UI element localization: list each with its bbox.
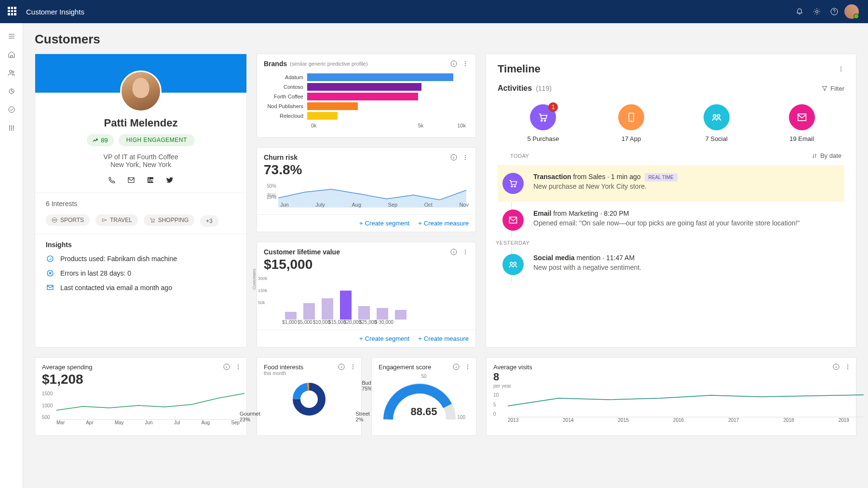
info-icon[interactable] [833,363,840,370]
svg-point-44 [238,366,239,367]
svg-point-45 [238,368,239,369]
svg-point-27 [465,253,466,254]
info-icon[interactable] [450,60,457,67]
interest-more[interactable]: +3 [200,215,218,227]
svg-point-18 [465,63,466,64]
svg-point-28 [841,67,841,68]
visits-chart: 1050 2013201420152016201720182019 [493,392,849,426]
svg-rect-39 [510,217,517,223]
phone-icon[interactable] [108,176,116,184]
linkedin-icon[interactable] [147,176,154,184]
more-icon[interactable] [844,363,851,370]
topbar: Customer Insights [0,0,868,23]
activity-category-email[interactable]: 19 Email [789,104,815,142]
timeline-day-today: TODAY [510,153,529,159]
create-segment-link[interactable]: + Create segment [359,220,409,227]
timeline-event[interactable]: Email from Marketing · 8:20 PM Opened em… [498,202,844,238]
notifications-icon[interactable] [791,3,808,20]
svg-point-32 [544,120,546,122]
config-icon[interactable] [0,119,23,137]
activities-count: (119) [536,84,552,92]
spending-title: Average spending [42,363,240,371]
create-measure-link[interactable]: + Create measure [418,220,469,227]
timeline-panel: Timeline Activities (119) Filter 1 5 Pur… [486,54,856,348]
profile-role: VP of IT at Fourth Coffee [35,153,246,161]
people-icon[interactable] [0,64,23,82]
social-icon [502,254,524,275]
trend-up-icon [93,138,98,143]
more-icon[interactable] [464,363,471,370]
engagement-card: Engagement score 50 88.65 0 100 [371,357,476,436]
insight-row: Errors in last 28 days: 0 [46,269,236,278]
svg-point-56 [467,366,468,367]
timeline-event[interactable]: Transaction from Sales · 1 min agoREAL T… [498,165,844,202]
svg-point-57 [467,368,468,369]
clv-value: $15,000 [257,257,475,276]
engagement-gauge: 88.65 0 100 [379,381,469,422]
create-segment-link[interactable]: + Create segment [359,335,409,342]
visits-unit: per year [493,383,849,389]
spending-value: $1,208 [42,372,240,387]
svg-point-38 [515,186,516,187]
info-icon[interactable] [223,363,230,370]
svg-point-55 [467,364,468,365]
segment-icon[interactable] [0,82,23,100]
more-icon[interactable] [838,66,844,72]
svg-point-26 [465,251,466,252]
create-measure-link[interactable]: + Create measure [418,335,469,342]
info-icon[interactable] [338,363,345,370]
user-avatar[interactable] [843,3,860,20]
filter-button[interactable]: Filter [822,85,844,92]
svg-point-41 [514,262,516,265]
profile-avatar[interactable] [120,70,162,112]
interest-tag[interactable]: SPORTS [46,214,90,226]
insight-row: Products used: Fabrikam dish machine [46,254,236,263]
svg-point-40 [510,262,513,265]
info-icon[interactable] [450,154,457,161]
insight-row: Last contacted via email a month ago [46,283,236,292]
shopping-icon [149,217,155,223]
activity-category-social[interactable]: 7 Social [704,104,730,142]
svg-point-35 [717,115,720,118]
email-icon[interactable] [127,176,135,184]
more-icon[interactable] [235,363,242,370]
filter-icon [822,85,827,91]
realtime-badge: REAL TIME [645,173,678,181]
svg-point-19 [465,65,466,66]
svg-point-0 [816,11,818,13]
more-icon[interactable] [462,249,469,255]
svg-point-29 [841,69,841,70]
food-card: Food interests this month Budget75% Gour… [257,357,362,436]
more-icon[interactable] [462,60,469,67]
info-icon[interactable] [450,249,457,255]
hamburger-icon[interactable] [0,27,23,45]
info-icon[interactable] [453,363,460,370]
more-icon[interactable] [350,363,356,370]
churn-value: 73.8% [257,162,475,181]
timeline-event[interactable]: Social media mention · 11:47 AM New post… [498,246,844,283]
spending-card: Average spending $1,208 15001000500 MarA… [35,357,247,436]
activity-category-app[interactable]: 17 App [618,104,644,142]
sort-button[interactable]: By date [812,152,841,159]
activity-category-purchase[interactable]: 1 5 Purchase [527,104,559,142]
profile-location: New York, New York [35,161,246,168]
activity-icon[interactable] [0,100,23,119]
brands-title: Brands [264,60,287,68]
brands-chart: Adatum Contoso Forth Coffee Nod Publishe… [257,69,475,137]
interest-tag[interactable]: TRAVEL [95,214,138,226]
svg-point-12 [153,222,154,223]
engagement-value: 88.65 [410,405,437,418]
more-icon[interactable] [462,154,469,161]
svg-point-30 [841,70,841,71]
twitter-icon[interactable] [166,176,174,184]
svg-point-10 [52,218,57,223]
help-icon[interactable] [826,3,843,20]
home-icon[interactable] [0,45,23,64]
mail-icon [46,283,54,292]
svg-point-25 [465,250,466,251]
profile-name: Patti Melendez [35,117,246,129]
visits-card: Average visits 8 per year 1050 201320142… [486,357,856,436]
interest-tag[interactable]: SHOPPING [144,214,194,226]
app-launcher-icon[interactable] [8,7,17,16]
settings-icon[interactable] [808,3,826,20]
